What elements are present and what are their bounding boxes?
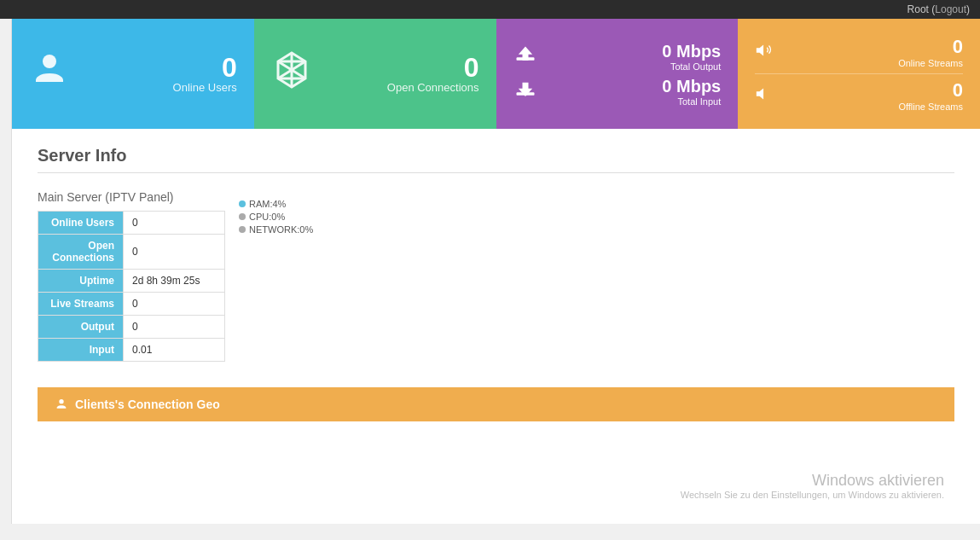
logout-link[interactable]: Logout xyxy=(935,3,966,15)
online-streams-label: Online Streams xyxy=(898,58,963,68)
chart-area: RAM:4% CPU:0% NETWORK:0% xyxy=(225,190,327,362)
table-row: Online Users 0 xyxy=(38,212,225,235)
upload-icon xyxy=(513,44,537,70)
online-streams-count: 0 xyxy=(898,36,963,58)
row-value: 0 xyxy=(124,235,225,270)
table-row: Live Streams 0 xyxy=(38,293,225,316)
streams-tile: 0 Online Streams xyxy=(738,19,980,129)
svg-marker-12 xyxy=(757,88,763,99)
cpu-label: CPU:0% xyxy=(249,212,285,222)
online-users-count: 0 xyxy=(173,54,237,81)
row-label: Open Connections xyxy=(38,235,124,270)
row-value: 0 xyxy=(124,212,225,235)
svg-marker-11 xyxy=(757,44,763,55)
cpu-dot xyxy=(239,213,246,220)
cpu-legend: CPU:0% xyxy=(239,212,313,222)
server-info-title: Server Info xyxy=(38,146,954,173)
table-row: Output 0 xyxy=(38,316,225,339)
ram-dot xyxy=(239,200,246,207)
table-row: Open Connections 0 xyxy=(38,235,225,270)
open-connections-label: Open Connections xyxy=(387,81,479,94)
download-icon xyxy=(513,78,537,105)
output-label: Total Output xyxy=(662,61,721,72)
open-connections-info: 0 Open Connections xyxy=(387,54,479,94)
input-row: 0 Mbps Total Input xyxy=(513,77,722,107)
root-text-end: ) xyxy=(966,3,970,15)
open-connections-tile: 0 Open Connections xyxy=(254,19,496,129)
network-dot xyxy=(239,226,246,233)
input-mbps: 0 Mbps xyxy=(662,77,721,96)
network-label: NETWORK:0% xyxy=(249,224,313,235)
row-label: Live Streams xyxy=(38,293,124,316)
table-row: Input 0.01 xyxy=(38,339,225,362)
main-content: Server Info Main Server (IPTV Panel) Onl… xyxy=(12,129,980,524)
online-users-label: Online Users xyxy=(173,81,237,94)
volume-on-icon xyxy=(755,41,774,64)
user-icon xyxy=(29,49,70,98)
root-text: Root ( xyxy=(908,3,936,15)
table-row: Uptime 2d 8h 39m 25s xyxy=(38,270,225,293)
row-value: 0 xyxy=(124,293,225,316)
windows-title: Windows aktivieren xyxy=(681,472,944,490)
top-bar: Root (Logout) xyxy=(0,0,980,19)
online-streams-row: 0 Online Streams xyxy=(755,32,963,72)
geo-title: Clients's Connection Geo xyxy=(75,398,220,411)
geo-section-wrapper: Clients's Connection Geo Windows aktivie… xyxy=(38,387,954,507)
server-name: Main Server (IPTV Panel) xyxy=(38,190,225,204)
row-label: Input xyxy=(38,339,124,362)
offline-streams-row: 0 Offline Streams xyxy=(755,76,963,115)
offline-streams-label: Offline Streams xyxy=(898,102,963,112)
svg-point-13 xyxy=(59,399,63,404)
row-value: 0.01 xyxy=(124,339,225,362)
server-info-container: Main Server (IPTV Panel) Online Users 0 … xyxy=(38,190,954,362)
offline-streams-count: 0 xyxy=(898,79,963,102)
windows-watermark: Windows aktivieren Wechseln Sie zu den E… xyxy=(681,472,944,500)
volume-off-icon xyxy=(755,84,774,107)
windows-subtitle: Wechseln Sie zu den Einstellungen, um Wi… xyxy=(681,490,944,500)
ram-label: RAM:4% xyxy=(249,199,286,209)
online-users-tile: 0 Online Users xyxy=(12,19,254,129)
bandwidth-tile: 0 Mbps Total Output 0 Mbps xyxy=(496,19,739,129)
left-strip xyxy=(0,19,12,524)
online-users-info: 0 Online Users xyxy=(173,54,237,94)
stats-row: 0 Online Users 0 xyxy=(12,19,980,129)
input-label: Total Input xyxy=(662,96,721,107)
connections-icon xyxy=(271,49,312,98)
geo-icon xyxy=(55,398,68,411)
svg-point-0 xyxy=(43,55,56,68)
row-label: Uptime xyxy=(38,270,124,293)
server-table: Online Users 0 Open Connections 0 Uptime… xyxy=(38,211,225,362)
row-value: 0 xyxy=(124,316,225,339)
output-mbps: 0 Mbps xyxy=(662,42,721,61)
network-legend: NETWORK:0% xyxy=(239,224,313,235)
output-row: 0 Mbps Total Output xyxy=(513,42,722,72)
ram-legend: RAM:4% xyxy=(239,199,313,209)
geo-map: Windows aktivieren Wechseln Sie zu den E… xyxy=(38,421,954,507)
row-label: Online Users xyxy=(38,212,124,235)
row-value: 2d 8h 39m 25s xyxy=(124,270,225,293)
open-connections-count: 0 xyxy=(387,54,479,81)
row-label: Output xyxy=(38,316,124,339)
geo-section-header: Clients's Connection Geo xyxy=(38,387,954,421)
